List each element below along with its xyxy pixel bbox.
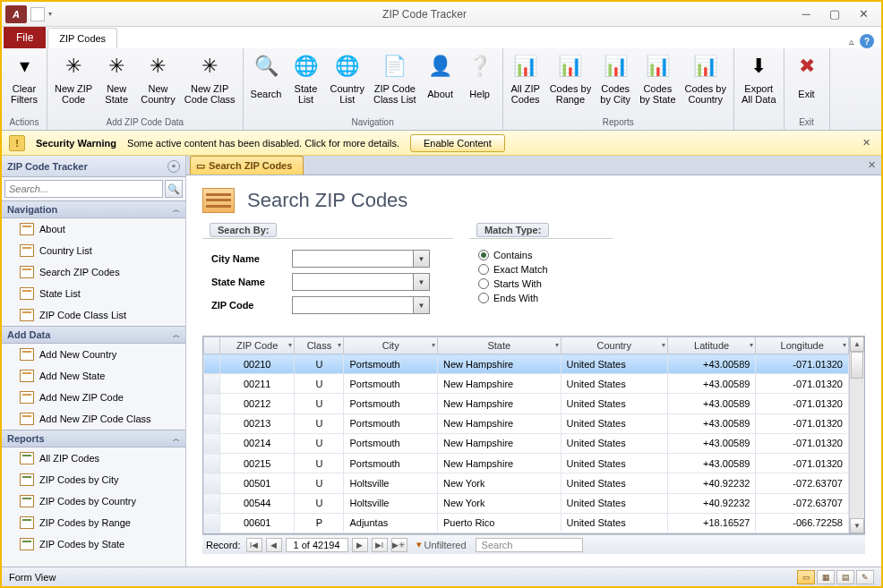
- cell-lat[interactable]: +43.00589: [667, 433, 756, 453]
- scroll-down-button[interactable]: ▼: [850, 518, 864, 533]
- cell-city[interactable]: Portsmouth: [344, 354, 437, 374]
- new-zip-button[interactable]: ✳New ZIPCode: [51, 50, 96, 106]
- cell-state[interactable]: New Hampshire: [437, 454, 561, 473]
- exit-button[interactable]: ✖Exit: [788, 50, 826, 106]
- cell-city[interactable]: Portsmouth: [344, 374, 437, 394]
- cell-class[interactable]: P: [295, 513, 344, 533]
- nav-item[interactable]: All ZIP Codes: [2, 447, 185, 469]
- column-header[interactable]: Class▾: [295, 337, 344, 354]
- scroll-thumb[interactable]: [851, 352, 863, 379]
- row-selector[interactable]: [204, 354, 220, 374]
- cell-class[interactable]: U: [295, 374, 344, 394]
- radio-ends-with[interactable]: Ends With: [478, 293, 604, 303]
- codes-by-country-button[interactable]: 📊Codes byCountry: [682, 50, 730, 106]
- nav-item[interactable]: Country List: [2, 240, 185, 261]
- cell-lat[interactable]: +43.00589: [667, 413, 756, 433]
- column-header[interactable]: ZIP Code▾: [220, 337, 295, 354]
- row-selector[interactable]: [204, 493, 220, 513]
- cell-zip[interactable]: 00210: [220, 354, 295, 374]
- nav-item[interactable]: ZIP Codes by Country: [2, 490, 185, 512]
- form-view-button[interactable]: ▭: [797, 570, 815, 584]
- nav-item[interactable]: Add New State: [2, 365, 185, 387]
- state-name-combo[interactable]: ▼: [292, 273, 430, 291]
- table-row[interactable]: 00212UPortsmouthNew HampshireUnited Stat…: [204, 394, 849, 413]
- cell-zip[interactable]: 00501: [220, 473, 295, 493]
- radio-exact-match[interactable]: Exact Match: [478, 264, 604, 275]
- about-button[interactable]: 👤About: [422, 50, 459, 106]
- scroll-up-button[interactable]: ▲: [850, 337, 864, 352]
- cell-lon[interactable]: -071.01320: [756, 454, 849, 473]
- table-row[interactable]: 00214UPortsmouthNew HampshireUnited Stat…: [204, 433, 849, 453]
- cell-country[interactable]: United States: [561, 493, 667, 513]
- cell-state[interactable]: New Hampshire: [437, 374, 561, 394]
- column-filter-icon[interactable]: ▾: [750, 341, 753, 349]
- class-list-button[interactable]: 📄ZIP CodeClass List: [370, 50, 420, 106]
- help-button[interactable]: ❔Help: [461, 50, 499, 106]
- cell-zip[interactable]: 00215: [220, 454, 295, 473]
- column-filter-icon[interactable]: ▾: [843, 341, 846, 349]
- security-warning-message[interactable]: Some active content has been disabled. C…: [127, 138, 399, 149]
- cell-lon[interactable]: -071.01320: [756, 413, 849, 433]
- nav-pane-header[interactable]: ZIP Code Tracker «: [2, 156, 185, 177]
- table-row[interactable]: 00501UHoltsvilleNew YorkUnited States+40…: [204, 473, 849, 493]
- new-country-button[interactable]: ✳NewCountry: [137, 50, 179, 106]
- cell-country[interactable]: United States: [561, 473, 667, 493]
- cell-class[interactable]: U: [295, 394, 344, 413]
- nav-search-button[interactable]: 🔍: [165, 180, 183, 198]
- cell-lon[interactable]: -071.01320: [756, 374, 849, 394]
- cell-country[interactable]: United States: [561, 513, 667, 533]
- prev-record-button[interactable]: ◀: [266, 538, 282, 552]
- cell-zip[interactable]: 00214: [220, 433, 295, 453]
- cell-country[interactable]: United States: [561, 374, 667, 394]
- cell-city[interactable]: Holtsville: [344, 473, 437, 493]
- cell-state[interactable]: New York: [437, 493, 561, 513]
- cell-class[interactable]: U: [295, 433, 344, 453]
- cell-lon[interactable]: -071.01320: [756, 394, 849, 413]
- cell-class[interactable]: U: [295, 354, 344, 374]
- row-selector[interactable]: [204, 473, 220, 493]
- nav-search-input[interactable]: [4, 180, 163, 198]
- qat-dropdown-icon[interactable]: ▾: [47, 7, 54, 21]
- select-all-corner[interactable]: [204, 337, 220, 354]
- nav-section-add-data[interactable]: Add Data︿: [2, 326, 185, 344]
- codes-by-state-button[interactable]: 📊Codesby State: [636, 50, 679, 106]
- zip-code-combo[interactable]: ▼: [292, 296, 430, 314]
- cell-class[interactable]: U: [295, 413, 344, 433]
- nav-item[interactable]: ZIP Code Class List: [2, 304, 185, 326]
- record-search-input[interactable]: Search: [476, 538, 583, 552]
- first-record-button[interactable]: I◀: [246, 538, 262, 552]
- cell-zip[interactable]: 00213: [220, 413, 295, 433]
- cell-lat[interactable]: +40.92232: [667, 493, 756, 513]
- enable-content-button[interactable]: Enable Content: [410, 134, 505, 152]
- cell-lat[interactable]: +43.00589: [667, 374, 756, 394]
- cell-state[interactable]: New Hampshire: [437, 394, 561, 413]
- clear-filters-button[interactable]: ▾ClearFilters: [5, 50, 43, 106]
- dropdown-icon[interactable]: ▼: [413, 297, 429, 313]
- nav-item[interactable]: State List: [2, 283, 185, 304]
- codes-by-range-button[interactable]: 📊Codes byRange: [546, 50, 595, 106]
- city-name-combo[interactable]: ▼: [292, 250, 430, 268]
- nav-item[interactable]: ZIP Codes by City: [2, 469, 185, 490]
- cell-city[interactable]: Adjuntas: [344, 513, 437, 533]
- row-selector[interactable]: [204, 433, 220, 453]
- cell-zip[interactable]: 00544: [220, 493, 295, 513]
- nav-item[interactable]: ZIP Codes by Range: [2, 512, 185, 533]
- radio-starts-with[interactable]: Starts With: [478, 278, 604, 289]
- record-position[interactable]: 1 of 42194: [286, 538, 348, 552]
- next-record-button[interactable]: ▶: [352, 538, 368, 552]
- column-header[interactable]: Longitude▾: [756, 337, 849, 354]
- country-list-button[interactable]: 🌐CountryList: [326, 50, 368, 106]
- row-selector[interactable]: [204, 394, 220, 413]
- cell-lat[interactable]: +43.00589: [667, 354, 756, 374]
- column-header[interactable]: Country▾: [561, 337, 667, 354]
- codes-by-city-button[interactable]: 📊Codesby City: [596, 50, 634, 106]
- cell-lon[interactable]: -071.01320: [756, 433, 849, 453]
- cell-state[interactable]: New Hampshire: [437, 354, 561, 374]
- tab-search-zip-codes[interactable]: ▭ Search ZIP Codes: [190, 156, 304, 175]
- nav-section-navigation[interactable]: Navigation︿: [2, 200, 185, 218]
- minimize-button[interactable]: ─: [795, 6, 817, 22]
- cell-state[interactable]: New Hampshire: [437, 413, 561, 433]
- nav-item[interactable]: Add New ZIP Code: [2, 387, 185, 408]
- row-selector[interactable]: [204, 374, 220, 394]
- cell-country[interactable]: United States: [561, 394, 667, 413]
